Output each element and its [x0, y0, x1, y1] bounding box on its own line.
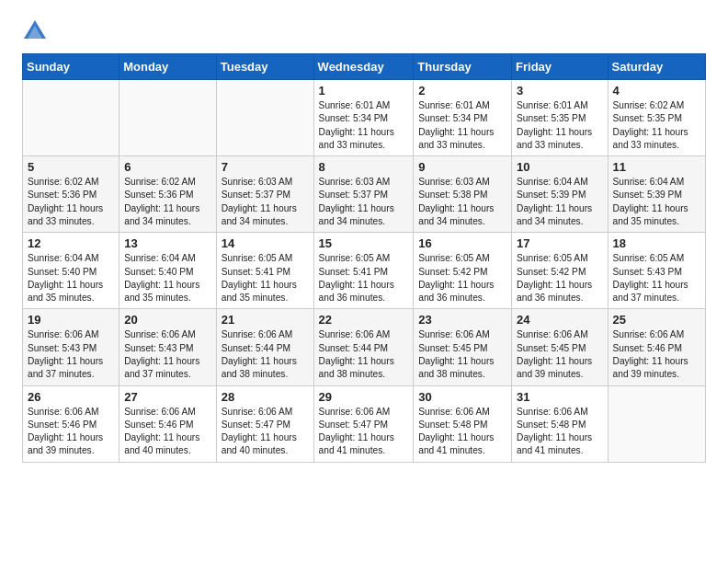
- calendar-cell: 7Sunrise: 6:03 AM Sunset: 5:37 PM Daylig…: [216, 156, 313, 233]
- page: SundayMondayTuesdayWednesdayThursdayFrid…: [0, 0, 728, 477]
- calendar-header-row: SundayMondayTuesdayWednesdayThursdayFrid…: [23, 54, 706, 80]
- day-info: Sunrise: 6:05 AM Sunset: 5:42 PM Dayligh…: [418, 252, 506, 304]
- day-number: 31: [517, 390, 603, 404]
- weekday-header-monday: Monday: [119, 54, 217, 80]
- day-number: 17: [517, 236, 603, 250]
- day-number: 27: [124, 390, 211, 404]
- day-info: Sunrise: 6:02 AM Sunset: 5:36 PM Dayligh…: [28, 176, 114, 228]
- calendar-cell: 24Sunrise: 6:06 AM Sunset: 5:45 PM Dayli…: [512, 309, 609, 385]
- day-info: Sunrise: 6:01 AM Sunset: 5:34 PM Dayligh…: [418, 99, 506, 152]
- day-info: Sunrise: 6:01 AM Sunset: 5:35 PM Dayligh…: [517, 99, 603, 152]
- day-number: 25: [613, 313, 700, 327]
- day-info: Sunrise: 6:04 AM Sunset: 5:39 PM Dayligh…: [613, 176, 700, 228]
- calendar-cell: 10Sunrise: 6:04 AM Sunset: 5:39 PM Dayli…: [512, 156, 609, 233]
- calendar-week-1: 1Sunrise: 6:01 AM Sunset: 5:34 PM Daylig…: [23, 80, 706, 156]
- weekday-header-wednesday: Wednesday: [313, 54, 414, 80]
- logo: [22, 18, 51, 44]
- day-info: Sunrise: 6:06 AM Sunset: 5:48 PM Dayligh…: [517, 406, 603, 458]
- day-number: 11: [613, 160, 700, 174]
- calendar-cell: [608, 385, 705, 462]
- day-info: Sunrise: 6:05 AM Sunset: 5:42 PM Dayligh…: [517, 252, 603, 304]
- calendar-cell: 29Sunrise: 6:06 AM Sunset: 5:47 PM Dayli…: [313, 385, 414, 462]
- calendar-cell: 30Sunrise: 6:06 AM Sunset: 5:48 PM Dayli…: [414, 385, 512, 462]
- day-info: Sunrise: 6:06 AM Sunset: 5:45 PM Dayligh…: [517, 328, 603, 381]
- calendar-cell: [216, 80, 313, 156]
- day-number: 24: [517, 313, 603, 327]
- day-info: Sunrise: 6:06 AM Sunset: 5:43 PM Dayligh…: [28, 328, 114, 381]
- calendar-cell: 25Sunrise: 6:06 AM Sunset: 5:46 PM Dayli…: [608, 309, 705, 385]
- day-number: 21: [222, 313, 309, 327]
- day-number: 15: [319, 236, 409, 250]
- calendar-cell: 15Sunrise: 6:05 AM Sunset: 5:41 PM Dayli…: [313, 233, 414, 309]
- day-number: 8: [319, 160, 409, 174]
- header: [22, 18, 706, 44]
- calendar-cell: 18Sunrise: 6:05 AM Sunset: 5:43 PM Dayli…: [608, 233, 705, 309]
- day-info: Sunrise: 6:04 AM Sunset: 5:40 PM Dayligh…: [28, 252, 114, 304]
- calendar-cell: 14Sunrise: 6:05 AM Sunset: 5:41 PM Dayli…: [216, 233, 313, 309]
- calendar-cell: 2Sunrise: 6:01 AM Sunset: 5:34 PM Daylig…: [414, 80, 512, 156]
- day-info: Sunrise: 6:04 AM Sunset: 5:40 PM Dayligh…: [124, 252, 211, 304]
- day-number: 19: [28, 313, 114, 327]
- calendar-cell: 13Sunrise: 6:04 AM Sunset: 5:40 PM Dayli…: [119, 233, 217, 309]
- calendar-cell: 26Sunrise: 6:06 AM Sunset: 5:46 PM Dayli…: [23, 385, 119, 462]
- day-info: Sunrise: 6:03 AM Sunset: 5:37 PM Dayligh…: [319, 176, 409, 228]
- day-number: 13: [124, 236, 211, 250]
- calendar-cell: 27Sunrise: 6:06 AM Sunset: 5:46 PM Dayli…: [119, 385, 217, 462]
- day-number: 5: [28, 160, 114, 174]
- weekday-header-sunday: Sunday: [23, 54, 119, 80]
- day-number: 30: [418, 390, 506, 404]
- calendar-cell: 1Sunrise: 6:01 AM Sunset: 5:34 PM Daylig…: [313, 80, 414, 156]
- calendar-cell: 4Sunrise: 6:02 AM Sunset: 5:35 PM Daylig…: [608, 80, 705, 156]
- calendar-table: SundayMondayTuesdayWednesdayThursdayFrid…: [22, 53, 706, 463]
- day-info: Sunrise: 6:06 AM Sunset: 5:46 PM Dayligh…: [124, 406, 211, 458]
- calendar-cell: 9Sunrise: 6:03 AM Sunset: 5:38 PM Daylig…: [414, 156, 512, 233]
- day-info: Sunrise: 6:06 AM Sunset: 5:47 PM Dayligh…: [222, 406, 309, 458]
- day-number: 9: [418, 160, 506, 174]
- day-info: Sunrise: 6:06 AM Sunset: 5:44 PM Dayligh…: [319, 328, 409, 381]
- calendar-week-4: 19Sunrise: 6:06 AM Sunset: 5:43 PM Dayli…: [23, 309, 706, 385]
- day-number: 26: [28, 390, 114, 404]
- day-info: Sunrise: 6:06 AM Sunset: 5:46 PM Dayligh…: [28, 406, 114, 458]
- day-number: 1: [319, 84, 409, 98]
- day-number: 2: [418, 84, 506, 98]
- calendar-cell: 22Sunrise: 6:06 AM Sunset: 5:44 PM Dayli…: [313, 309, 414, 385]
- day-number: 10: [517, 160, 603, 174]
- calendar-week-5: 26Sunrise: 6:06 AM Sunset: 5:46 PM Dayli…: [23, 385, 706, 462]
- day-info: Sunrise: 6:06 AM Sunset: 5:43 PM Dayligh…: [124, 328, 211, 381]
- weekday-header-saturday: Saturday: [608, 54, 705, 80]
- calendar-cell: 5Sunrise: 6:02 AM Sunset: 5:36 PM Daylig…: [23, 156, 119, 233]
- weekday-header-friday: Friday: [512, 54, 609, 80]
- calendar-cell: 17Sunrise: 6:05 AM Sunset: 5:42 PM Dayli…: [512, 233, 609, 309]
- day-info: Sunrise: 6:06 AM Sunset: 5:47 PM Dayligh…: [319, 406, 409, 458]
- day-info: Sunrise: 6:05 AM Sunset: 5:41 PM Dayligh…: [319, 252, 409, 304]
- calendar-cell: 19Sunrise: 6:06 AM Sunset: 5:43 PM Dayli…: [23, 309, 119, 385]
- day-number: 12: [28, 236, 114, 250]
- calendar-cell: 16Sunrise: 6:05 AM Sunset: 5:42 PM Dayli…: [414, 233, 512, 309]
- day-info: Sunrise: 6:05 AM Sunset: 5:41 PM Dayligh…: [222, 252, 309, 304]
- calendar-cell: 11Sunrise: 6:04 AM Sunset: 5:39 PM Dayli…: [608, 156, 705, 233]
- calendar-cell: 3Sunrise: 6:01 AM Sunset: 5:35 PM Daylig…: [512, 80, 609, 156]
- calendar-cell: 21Sunrise: 6:06 AM Sunset: 5:44 PM Dayli…: [216, 309, 313, 385]
- calendar-cell: 20Sunrise: 6:06 AM Sunset: 5:43 PM Dayli…: [119, 309, 217, 385]
- calendar-week-2: 5Sunrise: 6:02 AM Sunset: 5:36 PM Daylig…: [23, 156, 706, 233]
- day-number: 23: [418, 313, 506, 327]
- calendar-cell: 28Sunrise: 6:06 AM Sunset: 5:47 PM Dayli…: [216, 385, 313, 462]
- day-info: Sunrise: 6:03 AM Sunset: 5:38 PM Dayligh…: [418, 176, 506, 228]
- day-number: 7: [222, 160, 309, 174]
- calendar-cell: 23Sunrise: 6:06 AM Sunset: 5:45 PM Dayli…: [414, 309, 512, 385]
- day-info: Sunrise: 6:01 AM Sunset: 5:34 PM Dayligh…: [319, 99, 409, 152]
- day-info: Sunrise: 6:02 AM Sunset: 5:36 PM Dayligh…: [124, 176, 211, 228]
- day-number: 14: [222, 236, 309, 250]
- day-info: Sunrise: 6:06 AM Sunset: 5:46 PM Dayligh…: [613, 328, 700, 381]
- weekday-header-tuesday: Tuesday: [216, 54, 313, 80]
- day-info: Sunrise: 6:06 AM Sunset: 5:45 PM Dayligh…: [418, 328, 506, 381]
- day-info: Sunrise: 6:06 AM Sunset: 5:48 PM Dayligh…: [418, 406, 506, 458]
- calendar-cell: 31Sunrise: 6:06 AM Sunset: 5:48 PM Dayli…: [512, 385, 609, 462]
- day-info: Sunrise: 6:04 AM Sunset: 5:39 PM Dayligh…: [517, 176, 603, 228]
- calendar-cell: 8Sunrise: 6:03 AM Sunset: 5:37 PM Daylig…: [313, 156, 414, 233]
- calendar-cell: 6Sunrise: 6:02 AM Sunset: 5:36 PM Daylig…: [119, 156, 217, 233]
- day-number: 22: [319, 313, 409, 327]
- day-number: 4: [613, 84, 700, 98]
- day-number: 28: [222, 390, 309, 404]
- day-info: Sunrise: 6:03 AM Sunset: 5:37 PM Dayligh…: [222, 176, 309, 228]
